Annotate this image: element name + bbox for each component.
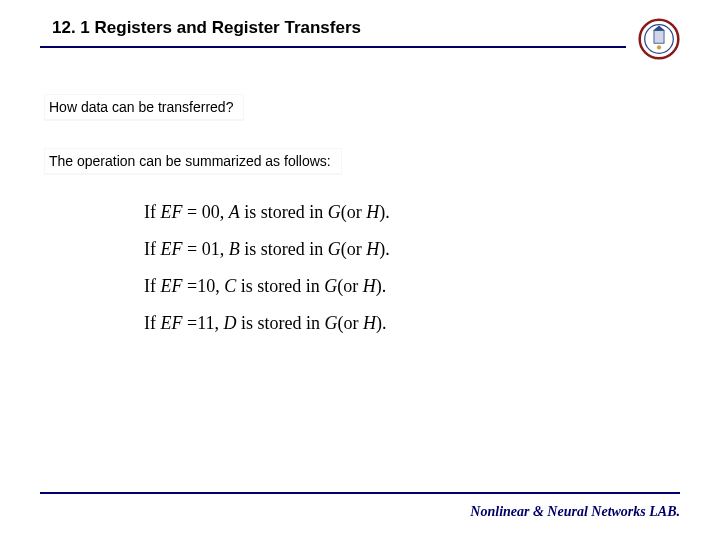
stored-in: is stored in — [236, 276, 324, 296]
if-prefix: If — [144, 313, 161, 333]
summary-box: The operation can be summarized as follo… — [44, 148, 680, 174]
dest: G — [328, 239, 341, 259]
or-open: (or — [337, 276, 363, 296]
cond-val: 01 — [202, 239, 220, 259]
cond-val: 10 — [197, 276, 215, 296]
or-open: (or — [338, 313, 364, 333]
stored-in: is stored in — [237, 313, 325, 333]
summary-intro-text: The operation can be summarized as follo… — [44, 148, 342, 174]
stored-in: is stored in — [240, 239, 328, 259]
content-area: How data can be transferred? The operati… — [40, 60, 680, 342]
cond-lhs: EF — [161, 202, 183, 222]
svg-point-4 — [657, 45, 661, 49]
alt: H — [363, 313, 376, 333]
cond-lhs: EF — [161, 239, 183, 259]
end: ). — [379, 239, 390, 259]
cond-lhs: EF — [161, 276, 183, 296]
rule-line: If EF =10, C is stored in G(or H). — [144, 268, 680, 305]
page-title: 12. 1 Registers and Register Transfers — [40, 18, 626, 44]
if-prefix: If — [144, 202, 161, 222]
or-open: (or — [341, 239, 367, 259]
question-text: How data can be transferred? — [44, 94, 244, 120]
or-open: (or — [341, 202, 367, 222]
footer-lab-text: Nonlinear & Neural Networks LAB. — [470, 504, 680, 520]
footer-rule — [40, 492, 680, 494]
if-prefix: If — [144, 276, 161, 296]
university-seal-icon — [638, 18, 680, 60]
rule-line: If EF = 00, A is stored in G(or H). — [144, 194, 680, 231]
dest: G — [328, 202, 341, 222]
eq: = — [187, 239, 197, 259]
svg-rect-2 — [654, 31, 664, 44]
eq: = — [187, 276, 197, 296]
eq: = — [187, 202, 197, 222]
rule-line: If EF =11, D is stored in G(or H). — [144, 305, 680, 342]
alt: H — [363, 276, 376, 296]
alt: H — [366, 202, 379, 222]
dest: G — [325, 313, 338, 333]
slide: 12. 1 Registers and Register Transfers H… — [0, 0, 720, 540]
stored-in: is stored in — [240, 202, 328, 222]
eq: = — [187, 313, 197, 333]
alt: H — [366, 239, 379, 259]
reg: A — [229, 202, 240, 222]
reg: B — [229, 239, 240, 259]
end: ). — [376, 313, 387, 333]
cond-lhs: EF — [161, 313, 183, 333]
rule-line: If EF = 01, B is stored in G(or H). — [144, 231, 680, 268]
reg: D — [224, 313, 237, 333]
if-prefix: If — [144, 239, 161, 259]
question-box: How data can be transferred? — [44, 94, 680, 120]
reg: C — [224, 276, 236, 296]
cond-val: 11 — [197, 313, 214, 333]
end: ). — [379, 202, 390, 222]
title-block: 12. 1 Registers and Register Transfers — [40, 18, 626, 48]
header: 12. 1 Registers and Register Transfers — [40, 18, 680, 60]
end: ). — [376, 276, 387, 296]
rules-block: If EF = 00, A is stored in G(or H). If E… — [44, 194, 680, 342]
cond-val: 00 — [202, 202, 220, 222]
dest: G — [324, 276, 337, 296]
header-rule — [40, 46, 626, 48]
